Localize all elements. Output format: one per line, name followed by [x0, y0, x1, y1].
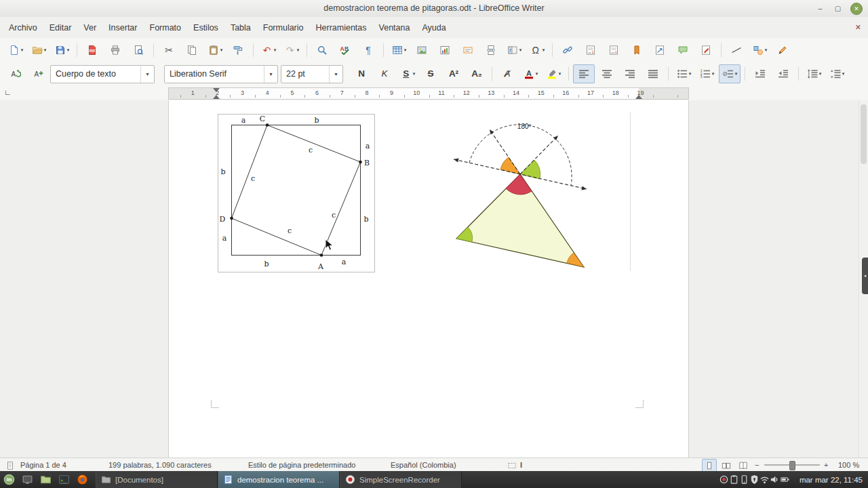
superscript-button[interactable]: A²	[443, 64, 465, 83]
taskbar-window-documentos[interactable]: [Documentos]	[96, 471, 218, 488]
zoom-in-button[interactable]: +	[824, 458, 828, 472]
scrollbar-thumb[interactable]	[861, 104, 867, 164]
insert-footnote-button[interactable]: 1	[580, 41, 601, 60]
screen-recorder-tray-icon[interactable]	[719, 474, 729, 485]
no-list-button[interactable]: ▾	[719, 64, 741, 83]
decrease-indent-button[interactable]	[772, 64, 794, 83]
triangle-figure[interactable]: 180º	[448, 119, 597, 278]
show-desktop-launcher[interactable]	[18, 471, 37, 488]
update-shield-icon[interactable]	[749, 474, 760, 485]
print-button[interactable]	[104, 41, 126, 60]
clipboard-manager-icon[interactable]	[729, 474, 739, 485]
menu-tabla[interactable]: Tabla	[224, 18, 257, 38]
print-preview-button[interactable]	[127, 41, 149, 60]
update-style-button[interactable]: A	[5, 64, 26, 83]
battery-icon[interactable]	[780, 474, 790, 485]
align-justify-button[interactable]	[642, 64, 664, 83]
unordered-list-button[interactable]: ▾	[673, 64, 694, 83]
insert-table-button[interactable]: ▾	[388, 41, 410, 60]
insert-text-box-button[interactable]	[457, 41, 479, 60]
underline-dropdown-icon[interactable]: ▾	[413, 71, 416, 77]
highlight-color-dropdown-icon[interactable]: ▾	[559, 71, 561, 77]
highlight-color-button[interactable]: ▾	[542, 64, 564, 83]
find-replace-button[interactable]	[311, 41, 333, 60]
new-style-button[interactable]: A	[28, 64, 50, 83]
insert-image-button[interactable]	[411, 41, 433, 60]
menu-insertar[interactable]: Insertar	[102, 18, 143, 38]
undo-button[interactable]: ↶▾	[258, 41, 279, 60]
save-dropdown-icon[interactable]: ▾	[67, 47, 70, 53]
paste-dropdown-icon[interactable]: ▾	[220, 47, 223, 53]
font-name-combo-value[interactable]: Liberation Serif	[165, 69, 264, 79]
subscript-button[interactable]: A₂	[466, 64, 488, 83]
web-browser-launcher[interactable]	[73, 471, 92, 488]
close-document-icon[interactable]: ✕	[855, 23, 861, 32]
zoom-slider[interactable]	[764, 464, 820, 466]
menu-herramientas[interactable]: Herramientas	[310, 18, 373, 38]
insert-hyperlink-button[interactable]	[557, 41, 578, 60]
ordered-list-dropdown-icon[interactable]: ▾	[712, 71, 715, 77]
copy-button[interactable]	[181, 41, 203, 60]
insert-field-button[interactable]: f▾	[503, 41, 525, 60]
line-spacing-dropdown-icon[interactable]: ▾	[819, 71, 822, 77]
font-color-button[interactable]: A▾	[519, 64, 541, 83]
clone-formatting-button[interactable]	[227, 41, 249, 60]
paste-button[interactable]: ▾	[204, 41, 226, 60]
tab-stop-selector[interactable]: ∟	[4, 88, 12, 96]
cut-button[interactable]: ✂	[158, 41, 180, 60]
font-name-combo[interactable]: Liberation Serif▾	[164, 65, 278, 83]
insert-page-break-button[interactable]	[480, 41, 502, 60]
menu-formulario[interactable]: Formulario	[257, 18, 310, 38]
insert-cross-reference-button[interactable]	[649, 41, 671, 60]
close-button[interactable]: ✕	[850, 3, 863, 15]
paragraph-style-combo-dropdown-icon[interactable]: ▾	[140, 66, 154, 83]
minimize-button[interactable]: –	[815, 3, 825, 14]
draw-functions-button[interactable]	[772, 41, 793, 60]
open-dropdown-icon[interactable]: ▾	[44, 47, 47, 53]
taskbar-window-simplescreenrecorder[interactable]: SimpleScreenRecorder	[340, 471, 462, 488]
word-count[interactable]: 199 palabras, 1.090 caracteres	[108, 458, 212, 472]
underline-button[interactable]: S▾	[397, 64, 418, 83]
new-document-dropdown-icon[interactable]: ▾	[21, 47, 24, 53]
paragraph-spacing-dropdown-icon[interactable]: ▾	[842, 71, 845, 77]
font-name-combo-dropdown-icon[interactable]: ▾	[264, 66, 277, 83]
page-style[interactable]: Estilo de página predeterminado	[248, 458, 355, 472]
insert-endnote-button[interactable]: n	[603, 41, 625, 60]
terminal-launcher[interactable]: >_	[55, 471, 73, 488]
insert-table-dropdown-icon[interactable]: ▾	[404, 47, 407, 53]
paragraph-spacing-button[interactable]: ▾	[826, 64, 848, 83]
menu-archivo[interactable]: Archivo	[3, 18, 43, 38]
menu-formato[interactable]: Formato	[144, 18, 188, 38]
export-pdf-button[interactable]: PDF	[81, 41, 103, 60]
font-size-combo-dropdown-icon[interactable]: ▾	[329, 66, 342, 83]
menu-ver[interactable]: Ver	[77, 18, 102, 38]
pythagoras-figure[interactable]: a C b a B b b D a b A a c c c c	[218, 114, 375, 272]
font-size-combo-value[interactable]: 22 pt	[281, 69, 329, 79]
open-button[interactable]: ▾	[28, 41, 50, 60]
phone-connect-icon[interactable]	[739, 474, 749, 485]
network-icon[interactable]	[760, 474, 770, 485]
insert-field-dropdown-icon[interactable]: ▾	[519, 47, 522, 53]
line-spacing-button[interactable]: ▾	[803, 64, 825, 83]
strikethrough-button[interactable]: S	[420, 64, 441, 83]
zoom-out-button[interactable]: −	[755, 458, 759, 472]
align-left-button[interactable]	[573, 64, 595, 83]
menu-editar[interactable]: Editar	[43, 18, 78, 38]
mint-menu-launcher[interactable]: lm	[0, 471, 18, 488]
taskbar-window-demostracion-teorema[interactable]: demostracion teorema ...	[218, 471, 340, 488]
bold-button[interactable]: N	[351, 64, 372, 83]
zoom-slider-thumb[interactable]	[789, 461, 795, 470]
font-size-combo[interactable]: 22 pt▾	[281, 65, 343, 83]
increase-indent-button[interactable]	[749, 64, 771, 83]
paragraph-style-combo-value[interactable]: Cuerpo de texto	[51, 69, 140, 79]
document-area[interactable]: a C b a B b b D a b A a c c c c	[0, 100, 868, 458]
page-count[interactable]: Página 1 de 4	[20, 458, 66, 472]
unordered-list-dropdown-icon[interactable]: ▾	[689, 71, 692, 77]
file-manager-launcher[interactable]	[37, 471, 55, 488]
paragraph-style-combo[interactable]: Cuerpo de texto▾	[50, 65, 155, 83]
basic-shapes-button[interactable]: ▾	[749, 41, 770, 60]
maximize-button[interactable]: ▢	[833, 3, 843, 14]
selection-mode-icon[interactable]	[507, 458, 517, 472]
insert-special-character-dropdown-icon[interactable]: ▾	[542, 47, 545, 53]
align-center-button[interactable]	[596, 64, 618, 83]
